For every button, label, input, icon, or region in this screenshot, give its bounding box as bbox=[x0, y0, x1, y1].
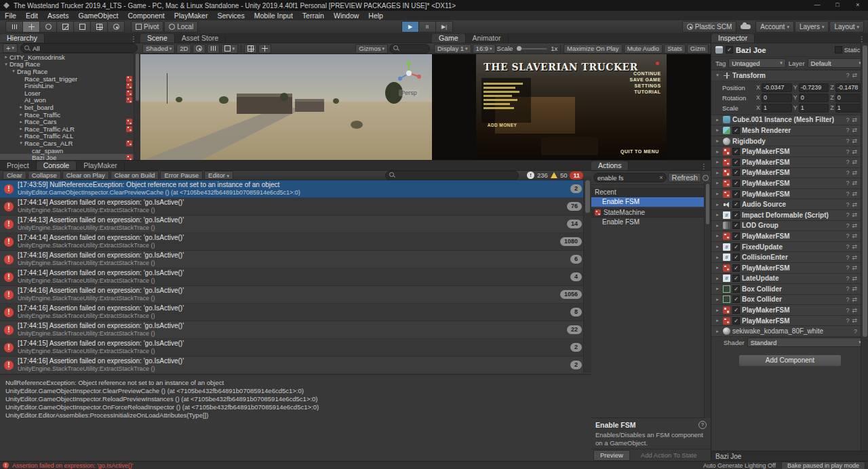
tab-project[interactable]: Project bbox=[0, 161, 37, 170]
rotation-x-field[interactable]: 0 bbox=[762, 94, 792, 102]
2d-toggle[interactable]: 2D bbox=[176, 44, 191, 54]
move-tool-button[interactable] bbox=[23, 21, 40, 33]
scene-viewport[interactable]: Persp bbox=[140, 54, 432, 161]
auto-generate-lighting-label[interactable]: Auto Generate Lighting Off bbox=[703, 462, 776, 469]
component-playmakerfsm[interactable]: ▸✓PlayMakerFSM?⇄⋮ bbox=[711, 167, 868, 178]
game-menu-continue[interactable]: CONTINUE bbox=[630, 70, 661, 77]
help-icon[interactable]: ? bbox=[846, 169, 849, 176]
enabled-checkbox[interactable]: ✓ bbox=[732, 285, 740, 293]
enabled-checkbox[interactable]: ✓ bbox=[732, 127, 740, 134]
foldout-closed-icon[interactable]: ▸ bbox=[714, 180, 721, 186]
hierarchy-item-ai-won[interactable]: AI_won bbox=[0, 97, 140, 104]
foldout-closed-icon[interactable]: ▸ bbox=[714, 149, 721, 155]
tag-dropdown[interactable]: Untagged ▾ bbox=[728, 58, 785, 68]
game-menu-settings[interactable]: SETTINGS bbox=[630, 83, 661, 89]
menu-file[interactable]: File bbox=[0, 11, 21, 20]
scale-y-field[interactable]: 1 bbox=[799, 104, 829, 113]
enabled-checkbox[interactable]: ✓ bbox=[732, 232, 740, 240]
foldout-open-icon[interactable]: ▾ bbox=[3, 62, 9, 67]
help-icon[interactable]: ? bbox=[846, 285, 849, 292]
help-icon[interactable]: ? bbox=[846, 222, 849, 229]
component-cube-001-instance-mesh-filter[interactable]: ▸Cube.001 Instance (Mesh Filter)?⇄⋮ bbox=[711, 115, 868, 125]
panel-menu-icon[interactable]: ⋮ bbox=[127, 35, 140, 43]
help-icon[interactable]: ? bbox=[846, 296, 849, 303]
enabled-checkbox[interactable]: ✓ bbox=[732, 306, 740, 314]
actions-scrollbar[interactable] bbox=[704, 182, 711, 418]
preset-icon[interactable]: ⇄ bbox=[852, 159, 857, 165]
console-entry[interactable]: ![17:44:16] Assertion failed on expressi… bbox=[0, 304, 591, 321]
console-entry[interactable]: ![17:44:16] Assertion failed on expressi… bbox=[0, 286, 591, 304]
component-lateupdate[interactable]: ▸✓LateUpdate?⇄⋮ bbox=[711, 273, 868, 284]
component-playmakerfsm[interactable]: ▸✓PlayMakerFSM?⇄⋮ bbox=[711, 230, 868, 241]
rotation-y-field[interactable]: 0 bbox=[799, 94, 829, 102]
clear-search-icon[interactable]: × bbox=[659, 174, 663, 181]
enabled-checkbox[interactable]: ✓ bbox=[732, 190, 740, 198]
material-row[interactable]: ▸ sekiwake_kodama_80F_white ? ⋮ bbox=[711, 325, 868, 336]
foldout-closed-icon[interactable]: ▸ bbox=[714, 159, 721, 165]
hierarchy-item-race-cars[interactable]: ▸Race_Cars bbox=[0, 118, 140, 125]
foldout-closed-icon[interactable]: ▸ bbox=[18, 119, 24, 125]
enabled-checkbox[interactable]: ✓ bbox=[732, 201, 740, 208]
console-entry[interactable]: ![17:44:14] Assertion failed on expressi… bbox=[0, 233, 591, 251]
create-menu-button[interactable]: + ▾ bbox=[3, 43, 18, 53]
scale-slider[interactable] bbox=[517, 48, 547, 49]
help-icon[interactable]: ? bbox=[846, 307, 849, 314]
tool-settings-button[interactable] bbox=[258, 44, 271, 54]
preset-icon[interactable]: ⇄ bbox=[852, 317, 857, 324]
menu-playmaker[interactable]: PlayMaker bbox=[170, 11, 213, 20]
hand-tool-button[interactable] bbox=[5, 21, 23, 33]
actions-group-statemachine[interactable]: StateMachine bbox=[591, 208, 711, 218]
preset-icon[interactable]: ⇄ bbox=[852, 232, 857, 239]
display-dropdown[interactable]: Display 1 ▾ bbox=[434, 44, 471, 54]
component-rigidbody[interactable]: ▸Rigidbody?⇄⋮ bbox=[711, 136, 868, 146]
actions-search[interactable]: × bbox=[593, 173, 667, 182]
custom-tool-button[interactable] bbox=[108, 21, 125, 33]
component-mesh-renderer[interactable]: ▸✓Mesh Renderer?⇄⋮ bbox=[711, 125, 868, 136]
foldout-closed-icon[interactable]: ▸ bbox=[714, 117, 721, 123]
enabled-checkbox[interactable]: ✓ bbox=[732, 295, 740, 303]
hierarchy-item-bazi-joe[interactable]: Bazi Joe bbox=[0, 154, 140, 160]
component-impact-deformable-script[interactable]: ▸✓Impact Deformable (Script)?⇄⋮ bbox=[711, 209, 868, 220]
component-box-collider[interactable]: ▸✓Box Collider?⇄⋮ bbox=[711, 283, 868, 294]
maximize-on-play-toggle[interactable]: Maximize On Play bbox=[564, 44, 623, 54]
console-search-input[interactable] bbox=[397, 171, 515, 179]
component-transform[interactable]: ▾ Transform ? ⇄ ⋮ bbox=[711, 70, 868, 81]
hierarchy-item-loser[interactable]: Loser bbox=[0, 89, 140, 97]
hierarchy-item-city-komsodrinsk[interactable]: ▸CITY_Komsodrinsk bbox=[0, 54, 140, 61]
component-playmakerfsm[interactable]: ▸✓PlayMakerFSM?⇄⋮ bbox=[711, 304, 868, 315]
help-icon[interactable]: ? bbox=[846, 127, 849, 134]
action-item-enable-fsm[interactable]: Enable FSM bbox=[591, 218, 711, 227]
console-entry[interactable]: ![17:44:16] Assertion failed on expressi… bbox=[0, 251, 591, 268]
foldout-closed-icon[interactable]: ▸ bbox=[714, 244, 721, 249]
panel-menu-icon[interactable]: ⋮ bbox=[697, 163, 711, 170]
scrollbar-thumb[interactable] bbox=[863, 45, 867, 337]
preset-icon[interactable]: ⇄ bbox=[852, 307, 857, 314]
minimize-button[interactable]: — bbox=[807, 0, 827, 11]
warning-icon[interactable] bbox=[551, 172, 557, 178]
enabled-checkbox[interactable]: ✓ bbox=[732, 264, 740, 272]
scene-search[interactable] bbox=[389, 44, 430, 54]
console-entry[interactable]: ![17:44:16] Assertion failed on expressi… bbox=[0, 356, 591, 374]
game-quit-button[interactable]: QUIT TO MENU bbox=[620, 149, 659, 154]
foldout-closed-icon[interactable]: ▸ bbox=[18, 104, 24, 110]
game-add-money-button[interactable]: ADD MONEY bbox=[488, 123, 517, 127]
pause-button[interactable]: II bbox=[419, 21, 436, 33]
enabled-checkbox[interactable]: ✓ bbox=[732, 222, 740, 229]
preset-icon[interactable]: ⇄ bbox=[852, 285, 857, 292]
enabled-checkbox[interactable]: ✓ bbox=[732, 148, 740, 155]
menu-component[interactable]: Component bbox=[123, 11, 169, 20]
clear-button[interactable]: Clear bbox=[3, 171, 26, 180]
gameobject-name-field[interactable]: Bazi Joe bbox=[736, 46, 832, 54]
stats-toggle[interactable]: Stats bbox=[664, 44, 686, 54]
error-pause-button[interactable]: Error Pause bbox=[160, 171, 203, 180]
enabled-checkbox[interactable]: ✓ bbox=[732, 243, 740, 251]
lighting-toggle[interactable] bbox=[193, 44, 205, 54]
preset-icon[interactable]: ⇄ bbox=[852, 296, 857, 303]
preset-icon[interactable]: ⇄ bbox=[852, 211, 857, 218]
help-icon[interactable]: ? bbox=[846, 148, 849, 155]
info-icon[interactable]: ! bbox=[527, 171, 534, 179]
tab-asset-store[interactable]: Asset Store bbox=[175, 34, 226, 43]
component-audio-source[interactable]: ▸✓Audio Source?⇄⋮ bbox=[711, 199, 868, 209]
tab-console[interactable]: Console bbox=[37, 161, 77, 170]
component-lod-group[interactable]: ▸✓LOD Group?⇄⋮ bbox=[711, 220, 868, 231]
